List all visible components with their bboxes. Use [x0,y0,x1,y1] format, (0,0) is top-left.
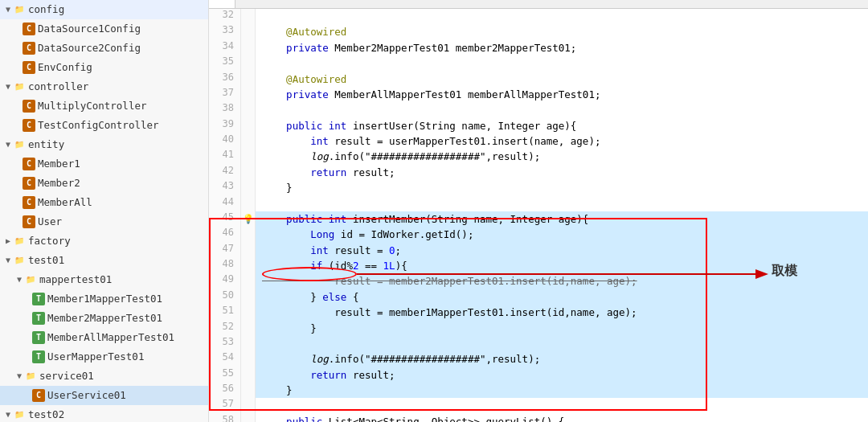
code-line: 32 [209,9,868,24]
line-gutter [241,149,256,164]
line-code-content: public int insertMember(String name, Int… [256,211,868,227]
sidebar-item-config[interactable]: ▼ 📁 config [0,0,208,19]
line-gutter [241,258,256,273]
line-number: 51 [209,305,241,320]
line-gutter [241,165,256,180]
sidebar-item-label: Member1 [38,156,80,172]
sidebar-item-entity[interactable]: ▼ 📁 entity [0,135,208,154]
line-number: 40 [209,133,241,149]
sidebar-item-label: test01 [28,252,64,268]
expand-arrow: ▶ [3,235,13,248]
tab-userservice01[interactable] [209,0,235,8]
class-icon: C [23,177,35,190]
line-gutter [241,40,256,55]
sidebar-item-memberallmappertest01[interactable]: T MemberAllMapperTest01 [0,328,208,347]
folder-icon: 📁 [13,138,26,151]
code-line: 51 result = member1MapperTest01.insert(i… [209,305,868,320]
file-tree: ▼ 📁 config C DataSource1Config C DataSou… [0,0,209,422]
sidebar-item-member1mappertest01[interactable]: T Member1MapperTest01 [0,289,208,309]
code-line: 45💡 public int insertMember(String name,… [209,211,868,227]
class-icon: C [23,100,35,113]
code-line: 38 [209,102,868,117]
bulb-icon: 💡 [243,214,254,224]
line-gutter [241,72,256,87]
line-code-content: private Member2MapperTest01 member2Mappe… [256,40,868,55]
line-gutter [241,24,256,39]
sidebar-item-service01[interactable]: ▼ 📁 service01 [0,367,208,386]
sidebar-item-controller[interactable]: ▼ 📁 controller [0,77,208,96]
sidebar-item-member1[interactable]: C Member1 [0,154,208,174]
sidebar-item-test02[interactable]: ▼ 📁 test02 [0,405,208,422]
code-line: 56 } [209,383,868,398]
sidebar-item-member2mappertest01[interactable]: T Member2MapperTest01 [0,309,208,328]
class-icon: C [32,389,45,402]
line-code-content: return result; [256,367,868,383]
sidebar-item-memberall[interactable]: C MemberAll [0,193,208,212]
sidebar-item-mappertest01[interactable]: ▼ 📁 mappertest01 [0,270,208,289]
sidebar-item-label: config [28,2,64,18]
code-line: 44 [209,196,868,211]
code-line: 52 } [209,321,868,336]
code-line: 43 } [209,180,868,195]
expand-arrow: ▼ [3,408,13,421]
sidebar-item-factory[interactable]: ▶ 📁 factory [0,231,208,251]
line-number: 58 [209,414,241,422]
code-line: 39 public int insertUser(String name, In… [209,118,868,133]
sidebar-item-datasource2config[interactable]: C DataSource2Config [0,39,208,58]
sidebar-item-userservice01[interactable]: C UserService01 [0,386,208,405]
line-code-content: private MemberAllMapperTest01 memberAllM… [256,87,868,102]
line-gutter [241,383,256,398]
sidebar-item-datasource1config[interactable]: C DataSource1Config [0,19,208,39]
line-number: 45 [209,211,241,227]
sidebar-item-label: test02 [28,407,64,422]
sidebar-item-testconfigcontroller[interactable]: C TestConfigController [0,116,208,135]
sidebar-item-label: MemberAllMapperTest01 [47,330,174,346]
test-icon: T [32,331,45,344]
sidebar-item-multiplycontroller[interactable]: C MultiplyController [0,96,208,116]
sidebar-item-test01[interactable]: ▼ 📁 test01 [0,251,208,270]
code-editor: 32 33 @Autowired34 private Member2Mapper… [209,0,868,422]
line-gutter [241,196,256,211]
class-icon: C [23,215,35,228]
sidebar-item-user[interactable]: C User [0,212,208,231]
line-code-content: log.info("##################",result); [256,351,868,367]
sidebar-item-label: controller [28,79,88,95]
line-number: 53 [209,336,241,351]
line-gutter [241,102,256,117]
line-number: 42 [209,165,241,180]
line-code-content: public List<Map<String, Object>> queryLi… [256,414,868,422]
line-number: 47 [209,243,241,258]
code-line: 46 Long id = IdWorker.getId(); [209,227,868,242]
sidebar-item-usermappertest01[interactable]: T UserMapperTest01 [0,347,208,367]
line-code-content [256,9,868,24]
code-line: 50 } else { [209,289,868,305]
sidebar-item-label: UserMapperTest01 [47,349,144,365]
line-code-content: int result = 0; [256,243,868,258]
line-gutter [241,414,256,422]
code-line: 47 int result = 0; [209,243,868,258]
line-number: 52 [209,321,241,336]
sidebar-item-label: UserService01 [47,387,126,404]
line-number: 55 [209,367,241,383]
folder-icon: 📁 [24,370,37,383]
class-icon: C [23,42,35,55]
expand-arrow: ▼ [3,254,13,267]
expand-arrow: ▼ [3,80,13,93]
line-gutter [241,133,256,149]
folder-icon: 📁 [13,80,26,93]
sidebar-item-label: MultiplyController [38,98,146,114]
line-code-content: } [256,321,868,336]
code-line: 58 public List<Map<String, Object>> quer… [209,414,868,422]
code-line: 57 [209,398,868,413]
sidebar-item-label: Member2MapperTest01 [47,310,162,326]
code-view[interactable]: 32 33 @Autowired34 private Member2Mapper… [209,9,868,422]
expand-arrow: ▼ [14,370,24,383]
line-gutter [241,243,256,258]
code-lines: 32 33 @Autowired34 private Member2Mapper… [209,9,868,422]
line-number: 44 [209,196,241,211]
line-number: 49 [209,273,241,289]
code-line: 40 int result = userMapperTest01.insert(… [209,133,868,149]
sidebar-item-envconfig[interactable]: C EnvConfig [0,58,208,77]
line-code-content [256,336,868,351]
sidebar-item-member2[interactable]: C Member2 [0,174,208,193]
